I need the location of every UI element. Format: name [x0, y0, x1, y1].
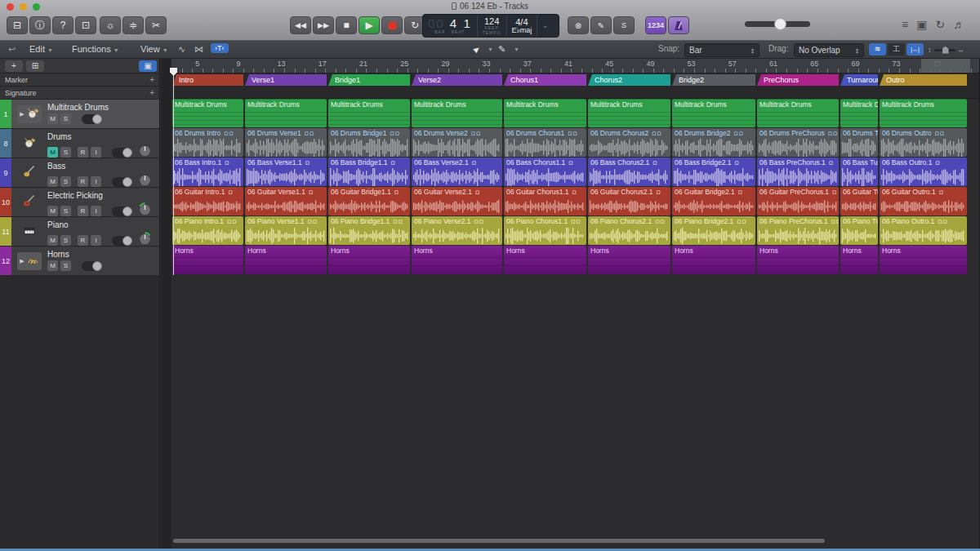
track-number[interactable]: 9: [0, 158, 11, 187]
region[interactable]: Multitrack Drums: [504, 99, 586, 127]
solo-button[interactable]: S: [60, 260, 71, 271]
region[interactable]: 06 Piano Turnaround.1ΩΩ: [840, 216, 878, 245]
smart-controls-button[interactable]: ☼: [100, 16, 121, 34]
region[interactable]: 06 Bass Chorus1.1Ω: [504, 158, 586, 186]
horizontal-scrollbar[interactable]: [173, 539, 825, 543]
region[interactable]: 06 Drums Verse1ΩΩ: [245, 128, 327, 157]
region[interactable]: 06 Piano Intro.1ΩΩ: [172, 216, 243, 245]
track-on-off-toggle[interactable]: [82, 261, 102, 271]
region[interactable]: 06 Bass Bridge2.1Ω: [672, 158, 755, 186]
solo-button[interactable]: S: [60, 206, 71, 216]
region[interactable]: Horns: [412, 246, 502, 274]
solo-button[interactable]: S: [60, 147, 71, 158]
region[interactable]: Multitrack Drums: [672, 99, 755, 127]
functions-menu[interactable]: Functions▼: [72, 44, 119, 54]
region[interactable]: 06 Drums IntroΩΩ: [172, 128, 243, 157]
region[interactable]: 06 Drums OutroΩΩ: [880, 128, 967, 157]
browsers-button[interactable]: ♬: [953, 18, 964, 31]
back-arrow-button[interactable]: ↩: [8, 44, 16, 55]
panel-divider[interactable]: [161, 59, 172, 549]
mute-button[interactable]: M: [47, 113, 58, 124]
solo-button[interactable]: S: [60, 176, 71, 187]
metronome-button[interactable]: [668, 16, 689, 34]
region[interactable]: Horns: [757, 246, 839, 274]
pointer-tool-chevron-icon[interactable]: ▼: [488, 47, 493, 52]
automation-button[interactable]: ∿: [178, 44, 185, 55]
track-stack-box[interactable]: ▶: [17, 252, 41, 270]
volume-slider-knob[interactable]: [774, 18, 786, 30]
region[interactable]: 06 Bass PreChorus.1Ω: [757, 158, 839, 186]
track-header-multitrack-drums[interactable]: 1▶Multitrack DrumsMS: [0, 100, 159, 129]
region[interactable]: 06 Bass Outro.1Ω: [880, 158, 967, 186]
solo-button[interactable]: S: [60, 113, 71, 124]
waveform-zoom-button[interactable]: ≋: [869, 43, 886, 56]
record-enable-button[interactable]: R: [78, 235, 88, 246]
track-name[interactable]: Piano: [47, 220, 159, 229]
vertical-auto-zoom-button[interactable]: 工: [888, 43, 905, 56]
region[interactable]: 06 Guitar Intro.1Ω: [172, 187, 243, 216]
track-name[interactable]: Multitrack Drums: [47, 103, 159, 112]
master-volume-slider[interactable]: [745, 21, 810, 27]
region[interactable]: 06 Drums Chorus1ΩΩ: [504, 128, 586, 157]
region[interactable]: 06 Piano PreChorus.1ΩΩ: [757, 216, 839, 245]
region[interactable]: 06 Piano Bridge2.1ΩΩ: [672, 216, 755, 245]
vertical-zoom-slider[interactable]: ↕: [928, 46, 956, 54]
global-track-signature[interactable]: Signature+: [0, 87, 159, 100]
region[interactable]: 06 Piano Bridge1.1ΩΩ: [328, 216, 410, 245]
record-enable-button[interactable]: R: [78, 206, 88, 216]
region[interactable]: 06 Piano Verse2.1ΩΩ: [412, 216, 502, 245]
snap-select[interactable]: Bar▲▼: [684, 43, 760, 57]
secondary-tool-button[interactable]: ✎: [498, 44, 506, 55]
region[interactable]: 06 Drums TurnaroundΩΩ: [840, 128, 878, 157]
add-signature-icon[interactable]: +: [149, 88, 154, 97]
forward-button[interactable]: ▶▶: [313, 16, 334, 34]
region[interactable]: 06 Guitar Verse2.1Ω: [412, 187, 502, 216]
track-header-options-button[interactable]: ▣: [139, 60, 157, 72]
apple-loops-button[interactable]: ↻: [935, 18, 945, 31]
rewind-button[interactable]: ◀◀: [290, 16, 311, 34]
region[interactable]: 06 Drums Chorus2ΩΩ: [588, 128, 670, 157]
inspector-button[interactable]: ⓘ: [29, 16, 51, 34]
drag-select[interactable]: No Overlap▲▼: [794, 43, 864, 57]
track-name[interactable]: Drums: [47, 132, 159, 141]
region[interactable]: 06 Bass Chorus2.1Ω: [588, 158, 670, 186]
region[interactable]: Horns: [588, 246, 670, 274]
region[interactable]: Multitrack Drums: [840, 99, 878, 127]
region[interactable]: Horns: [504, 246, 586, 274]
region[interactable]: 06 Bass Verse2.1Ω: [412, 158, 502, 186]
region[interactable]: Multitrack Drums: [880, 99, 967, 127]
track-on-off-toggle[interactable]: [82, 114, 102, 124]
disclosure-triangle-icon[interactable]: ▶: [20, 111, 24, 118]
track-header-electric-picking[interactable]: 10Electric PickingMSRI: [0, 188, 159, 217]
edit-menu[interactable]: Edit▼: [29, 44, 53, 54]
toolbar-menu-button[interactable]: ⊡: [75, 16, 96, 34]
region[interactable]: Horns: [840, 246, 878, 274]
bar-ruler[interactable]: 591317212529333741454953576165697377: [172, 59, 979, 73]
track-stack-box[interactable]: ▶: [17, 105, 41, 123]
track-number[interactable]: 12: [0, 247, 11, 275]
track-name[interactable]: Horns: [47, 250, 159, 259]
quick-help-button[interactable]: ?: [52, 16, 74, 34]
region[interactable]: 06 Bass Turnaround.1Ω: [840, 158, 878, 186]
region[interactable]: 06 Guitar Bridge2.1Ω: [672, 187, 755, 216]
arrangement-marker[interactable]: PreChorus: [757, 74, 839, 86]
region[interactable]: 06 Guitar Chorus2.1Ω: [588, 187, 670, 216]
track-on-off-toggle[interactable]: [112, 207, 132, 216]
region[interactable]: 06 Bass Intro.1Ω: [172, 158, 243, 186]
library-button[interactable]: ⊟: [7, 16, 28, 34]
track-header-piano[interactable]: 11PianoMSRI: [0, 217, 159, 247]
region[interactable]: 06 Drums Bridge2ΩΩ: [672, 128, 755, 157]
track-on-off-toggle[interactable]: [112, 236, 132, 246]
region[interactable]: 06 Piano Outro.1ΩΩ: [880, 216, 967, 245]
region[interactable]: 06 Drums PreChorusΩΩ: [757, 128, 839, 157]
region[interactable]: Horns: [172, 246, 243, 274]
lcd-chevron-icon[interactable]: ⌄: [537, 15, 553, 37]
region[interactable]: Horns: [672, 246, 755, 274]
region[interactable]: Horns: [245, 246, 327, 274]
track-on-off-toggle[interactable]: [112, 148, 132, 158]
note-pads-button[interactable]: ▣: [916, 18, 927, 31]
track-header-horns[interactable]: 12▶HornsMS: [0, 247, 159, 276]
record-enable-button[interactable]: R: [78, 147, 88, 158]
stop-button[interactable]: ■: [336, 16, 357, 34]
mute-button[interactable]: M: [47, 260, 58, 271]
